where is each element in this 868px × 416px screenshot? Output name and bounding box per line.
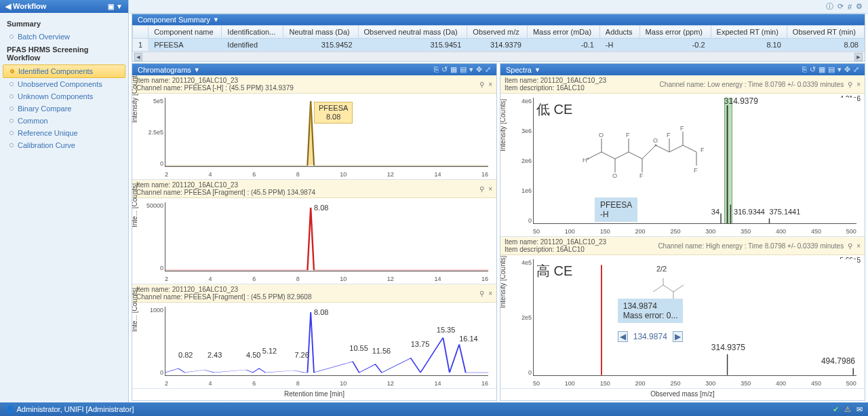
pin-icon[interactable]: ⚲ <box>848 242 852 250</box>
tool-copy-icon[interactable]: ⎘ <box>434 65 439 74</box>
svg-text:O: O <box>612 172 617 179</box>
spec1-info-box: PFEESA -H <box>595 197 637 222</box>
component-summary-panel: Component Summary ▼ Component name Ident… <box>132 14 865 62</box>
sidebar-item-common[interactable]: Common <box>3 115 125 127</box>
spec1-main-peak: 314.9379 <box>724 96 758 106</box>
col-identification[interactable]: Identification... <box>222 26 283 39</box>
spec2-channel: Channel name: High energy : Time 8.0798 … <box>658 242 844 250</box>
spec1-info: Item name: 201120_16ALC10_23 Item descri… <box>500 75 865 94</box>
chrom3-main-peak: 8.08 <box>314 308 328 316</box>
spec1-channel: Channel name: Low energy : Time 8.0798 +… <box>660 81 844 88</box>
chromatograms-title: Chromatograms <box>138 66 191 74</box>
sidebar-item-binary-compare[interactable]: Binary Compare <box>3 102 125 115</box>
tool-chart-icon[interactable]: ▤ <box>460 65 467 74</box>
tool-expand-icon[interactable]: ⤢ <box>485 65 491 74</box>
table-row[interactable]: 1 PFEESA Identified 315.9452 315.9451 31… <box>133 39 865 52</box>
status-ok-icon[interactable]: ✔ <box>833 405 839 414</box>
chrom1-chart[interactable]: Intensity [Counts] 0 2.5e5 5e5 <box>132 94 496 180</box>
row-num-header[interactable] <box>133 26 149 39</box>
tool-options-icon[interactable]: ▾ <box>469 65 473 74</box>
tool-back-icon[interactable]: ↺ <box>810 65 816 74</box>
sidebar-item-calibration-curve[interactable]: Calibration Curve <box>3 139 125 151</box>
tool-chart-icon[interactable]: ▤ <box>828 65 835 74</box>
tool-move-icon[interactable]: ✥ <box>476 65 482 74</box>
spec1-desc: Item description: 16ALC10 <box>505 84 606 92</box>
sync-icon[interactable]: ⟳ <box>837 2 844 11</box>
grid-icon[interactable]: # <box>848 3 852 11</box>
chrom2-channel: Channel name: PFEESA [Fragment] : (45.5 … <box>136 189 315 196</box>
col-component-name[interactable]: Component name <box>149 26 222 39</box>
settings-icon[interactable]: ⚙ <box>856 2 863 11</box>
col-mass-error-ppm[interactable]: Mass error (ppm) <box>639 26 711 39</box>
col-adducts[interactable]: Adducts <box>599 26 639 39</box>
svg-text:F: F <box>701 147 705 153</box>
spec2-ce-label: 高 CE <box>536 262 572 280</box>
close-icon[interactable]: × <box>488 185 492 193</box>
sidebar-item-reference-unique[interactable]: Reference Unique <box>3 127 125 139</box>
spec2-peak-far: 494.7986 <box>821 356 855 366</box>
chevron-down-icon[interactable]: ▼ <box>194 67 200 73</box>
chrom2-peak-label: 8.08 <box>314 204 328 212</box>
col-expected-rt[interactable]: Expected RT (min) <box>711 26 787 39</box>
sidebar-header[interactable]: ◀ Workflow ▣ ▼ <box>0 0 128 13</box>
tool-layout-icon[interactable]: ▦ <box>450 65 457 74</box>
close-icon[interactable]: × <box>856 242 861 250</box>
tool-expand-icon[interactable]: ⤢ <box>853 65 859 74</box>
pin-icon[interactable]: ⚲ <box>479 290 484 297</box>
table-hscroll[interactable]: ◄ ► <box>132 52 865 61</box>
tool-back-icon[interactable]: ↺ <box>441 65 448 74</box>
pin-icon[interactable]: ⚲ <box>479 81 484 88</box>
spec2-nav-value: 134.9874 <box>633 332 667 341</box>
info-icon[interactable]: ⓘ <box>826 1 833 12</box>
status-warn-icon[interactable]: ⚠ <box>844 405 851 414</box>
tool-layout-icon[interactable]: ▦ <box>818 65 825 74</box>
col-neutral-mass[interactable]: Neutral mass (Da) <box>283 26 358 39</box>
chevron-down-icon[interactable]: ▼ <box>534 67 540 73</box>
tool-copy-icon[interactable]: ⎘ <box>802 65 807 74</box>
col-observed-mz[interactable]: Observed m/z <box>467 26 528 39</box>
spec2-item: Item name: 201120_16ALC10_23 <box>505 238 606 246</box>
sidebar-collapse-icon[interactable]: ▣ ▼ <box>108 3 123 10</box>
sidebar-item-batch-overview[interactable]: Batch Overview <box>3 31 125 43</box>
chrom2-info: Item name: 201120_16ALC10_23 Channel nam… <box>132 180 496 198</box>
close-icon[interactable]: × <box>488 81 492 88</box>
nav-next-icon[interactable]: ▶ <box>673 331 683 342</box>
status-mail-icon[interactable]: ✉ <box>856 405 863 414</box>
spec2-chart[interactable]: 5.66e5 Intensity [Counts] 02e54e5 <box>500 255 865 389</box>
pin-icon[interactable]: ⚲ <box>848 81 852 88</box>
spec1-peak2: 316.9344 <box>734 208 765 216</box>
tool-move-icon[interactable]: ✥ <box>844 65 850 74</box>
col-observed-neutral-mass[interactable]: Observed neutral mass (Da) <box>358 26 467 39</box>
svg-text:O: O <box>599 132 604 138</box>
cell-neutral-mass: 315.9452 <box>283 39 358 52</box>
row-index: 1 <box>133 39 149 52</box>
spec2-nav[interactable]: ◀ 134.9874 ▶ <box>618 331 683 342</box>
svg-text:O: O <box>653 137 658 144</box>
col-mass-error-mda[interactable]: Mass error (mDa) <box>527 26 599 39</box>
sidebar-item-identified-components[interactable]: Identified Components <box>3 64 125 78</box>
chrom1-peak-box: PFEESA 8.08 <box>314 102 353 124</box>
sidebar-group-summary: Summary <box>3 17 125 31</box>
cell-observed-rt: 8.08 <box>787 39 864 52</box>
spec1-item: Item name: 201120_16ALC10_23 <box>505 77 606 84</box>
spec1-chart[interactable]: 4.21e6 Intensity [Counts] 01e62e63e64e6 <box>500 94 865 237</box>
svg-text:F: F <box>639 172 644 179</box>
cell-mass-error-mda: -0.1 <box>527 39 599 52</box>
close-icon[interactable]: × <box>856 81 861 88</box>
pin-icon[interactable]: ⚲ <box>479 185 484 193</box>
nav-prev-icon[interactable]: ◀ <box>618 331 628 342</box>
scroll-left-icon[interactable]: ◄ <box>134 53 142 61</box>
svg-text:H: H <box>583 157 587 164</box>
sidebar-item-unknown-components[interactable]: Unknown Components <box>3 90 125 102</box>
cell-expected-rt: 8.10 <box>711 39 787 52</box>
chevron-down-icon[interactable]: ▼ <box>213 16 219 23</box>
cell-adducts: -H <box>599 39 639 52</box>
chrom3-chart[interactable]: Inte... [Counts] 0 1000 8.08 0.82 <box>132 303 496 389</box>
tool-options-icon[interactable]: ▾ <box>837 65 842 74</box>
sidebar-item-unobserved-components[interactable]: Unobserved Components <box>3 78 125 90</box>
chrom2-chart[interactable]: Inte... [Counts] 0 50000 8.08 <box>132 198 496 284</box>
scroll-right-icon[interactable]: ► <box>854 53 863 61</box>
close-icon[interactable]: × <box>488 290 492 297</box>
molecule-structure: HOO FFO FFF F <box>574 111 717 186</box>
col-observed-rt[interactable]: Observed RT (min) <box>787 26 864 39</box>
